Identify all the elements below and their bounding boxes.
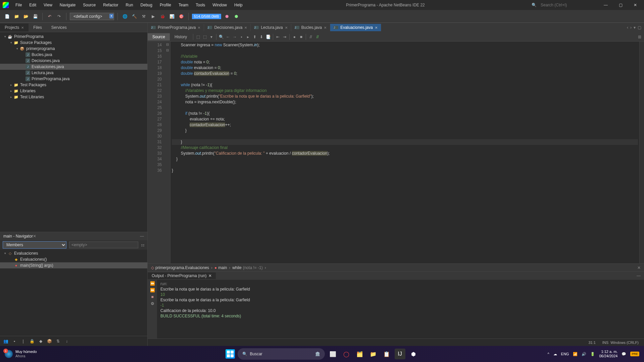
menu-view[interactable]: View (40, 1, 56, 9)
editor-tab[interactable]: JLectura.java✕ (251, 24, 291, 31)
tree-node[interactable]: ▸📁Test Packages (0, 82, 147, 88)
find-icon[interactable]: 🔍 (218, 35, 225, 39)
navigator-minimize-icon[interactable]: — (140, 234, 144, 239)
code-content[interactable]: Scanner ingresa = new Scanner(System.in)… (170, 42, 639, 263)
output-content[interactable]: run:Escribe la nota que le darias a la p… (157, 280, 644, 339)
diff-icon[interactable]: ▾ (208, 35, 215, 39)
menu-source[interactable]: Source (80, 1, 99, 9)
tree-node[interactable]: JEvaluaciones.java (0, 64, 147, 70)
nav-filter-1[interactable]: 👥 (3, 339, 9, 344)
tab-next-icon[interactable]: › (630, 25, 632, 30)
panel-tab-services[interactable]: Services (47, 23, 71, 32)
taskbar-files-icon[interactable]: 📁 (368, 349, 379, 359)
new-project-button[interactable]: 📁 (13, 13, 20, 20)
menu-edit[interactable]: Edit (26, 1, 40, 9)
breadcrumb-class[interactable]: ◇primerprograma.Evaluaciones (151, 265, 209, 270)
menu-refactor[interactable]: Refactor (100, 1, 121, 9)
line-gutter[interactable]: 1415161718192021222324252627282930313233… (148, 42, 164, 263)
global-search[interactable]: 🔍 (532, 2, 592, 8)
menu-team[interactable]: Team (175, 1, 192, 9)
gc2-button[interactable]: ⬢ (233, 13, 240, 20)
shift-left-icon[interactable]: ⇤ (275, 35, 281, 39)
taskbar-opera-icon[interactable]: ◯ (341, 349, 352, 359)
tray-volume-icon[interactable]: 🔊 (582, 352, 586, 356)
split-editor-icon[interactable]: ⊞ (635, 35, 644, 39)
tree-node[interactable]: JLectura.java (0, 70, 147, 76)
build-button[interactable]: 🌐 (121, 13, 129, 20)
record-macro-icon[interactable]: ● (291, 35, 298, 39)
history-view-button[interactable]: History (170, 33, 192, 41)
output-rerun-icon[interactable]: ⏩ (150, 281, 155, 286)
editor-tab[interactable]: JPrimerPrograma.java✕ (148, 24, 204, 31)
debug-button[interactable]: 🐞 (159, 13, 166, 20)
attach-button[interactable]: 🎯 (178, 13, 185, 20)
clean-build-button[interactable]: 🔨 (131, 13, 138, 20)
shift-right-icon[interactable]: ⇥ (281, 35, 288, 39)
run-button[interactable]: ▶ (149, 13, 157, 20)
menu-debug[interactable]: Debug (137, 1, 156, 9)
nav-filter-5[interactable]: ◆ (38, 339, 44, 344)
maximize-button[interactable]: ▢ (614, 3, 627, 7)
close-button[interactable]: ✕ (629, 3, 641, 7)
open-project-button[interactable]: 📂 (22, 13, 30, 20)
stop-macro-icon[interactable]: ■ (298, 35, 304, 39)
navigator-node[interactable]: ▾◇Evaluaciones (0, 250, 147, 256)
close-icon[interactable]: ✕ (324, 26, 327, 30)
next-match-icon[interactable]: → (231, 35, 238, 39)
code-editor[interactable]: 1415161718192021222324252627282930313233… (148, 42, 644, 263)
menu-navigate[interactable]: Navigate (56, 1, 79, 9)
close-icon[interactable]: ✕ (375, 26, 378, 30)
editor-tab[interactable]: JEvaluaciones.java✕ (330, 24, 381, 31)
panel-tab-files[interactable]: Files (29, 23, 46, 32)
menu-file[interactable]: File (12, 1, 25, 9)
editor-tab[interactable]: JDecisiones.java✕ (204, 24, 251, 31)
output-tab[interactable]: Output - PrimerPrograma (run) ✕ (148, 272, 216, 279)
gc-button[interactable]: ⬢ (223, 13, 231, 20)
output-settings-icon[interactable]: ⚙ (151, 301, 154, 306)
tray-battery-icon[interactable]: 🔋 (590, 352, 595, 356)
source-view-button[interactable]: Source (148, 33, 170, 41)
nav-sort-1[interactable]: ⇅ (55, 339, 61, 344)
editor-tab[interactable]: JBucles.java✕ (291, 24, 330, 31)
projects-tree[interactable]: ▾☕PrimerPrograma▾📁Source Packages▾📦prime… (0, 32, 147, 232)
save-all-button[interactable]: 💾 (32, 13, 39, 20)
output-rerun-failed-icon[interactable]: ⏩ (150, 288, 155, 293)
memory-indicator[interactable]: 514.0/588.0MB (192, 14, 221, 19)
navigator-tree[interactable]: ▾◇Evaluaciones◆Evaluaciones()●main(Strin… (0, 250, 147, 336)
prev-match-icon[interactable]: ← (225, 35, 231, 39)
output-tab-close-icon[interactable]: ✕ (208, 273, 212, 278)
tree-node[interactable]: JPrimerPrograma.java (0, 76, 147, 82)
global-search-input[interactable] (539, 2, 592, 8)
taskbar-taskview-icon[interactable]: ⬜ (328, 349, 338, 359)
highlight-icon[interactable]: ▪ (238, 35, 245, 39)
minimize-button[interactable]: — (600, 3, 612, 7)
breadcrumb-close-icon[interactable]: ✕ (637, 265, 641, 270)
prev-edit-icon[interactable]: ⬚ (195, 35, 201, 39)
tree-node[interactable]: JBucles.java (0, 52, 147, 58)
taskbar-weather[interactable]: 1 Muy húmedo Ahora (5, 350, 37, 358)
taskbar-netbeans-icon[interactable]: ⬢ (408, 349, 419, 359)
redo-button[interactable]: ↷ (55, 13, 63, 20)
menu-run[interactable]: Run (122, 1, 137, 9)
close-icon[interactable]: ✕ (285, 26, 288, 30)
menu-tools[interactable]: Tools (192, 1, 208, 9)
tray-language[interactable]: ENG (561, 352, 569, 356)
navigator-node[interactable]: ●main(String[] args) (0, 262, 147, 268)
nav-filter-2[interactable]: ▪ (11, 339, 17, 344)
new-file-button[interactable]: 📄 (3, 13, 11, 20)
toggle-1-icon[interactable]: ▸ (245, 35, 251, 39)
tab-prev-icon[interactable]: ‹ (627, 25, 628, 30)
tray-clock[interactable]: 1:12 a. m. 06/24/2024 (599, 350, 617, 358)
close-icon[interactable]: ✕ (244, 26, 247, 30)
output-stop-icon[interactable]: ■ (151, 295, 153, 299)
taskbar-search[interactable]: 🔍 Buscar 🏛️ (238, 348, 325, 360)
taskbar-intellij-icon[interactable]: IJ (395, 349, 405, 359)
tree-node[interactable]: JDecisiones.java (0, 58, 147, 64)
breadcrumb-statement[interactable]: while (nota != -1) (232, 265, 262, 270)
uncomment-icon[interactable]: // (314, 35, 321, 39)
bookmark-up-icon[interactable]: ⬆ (251, 35, 258, 39)
config-selector[interactable]: <default config> ▾ (70, 13, 114, 20)
tray-notifications-icon[interactable]: 💬 (622, 352, 626, 356)
tab-maximize-icon[interactable]: ▢ (638, 25, 641, 30)
bookmark-down-icon[interactable]: ⬇ (258, 35, 265, 39)
